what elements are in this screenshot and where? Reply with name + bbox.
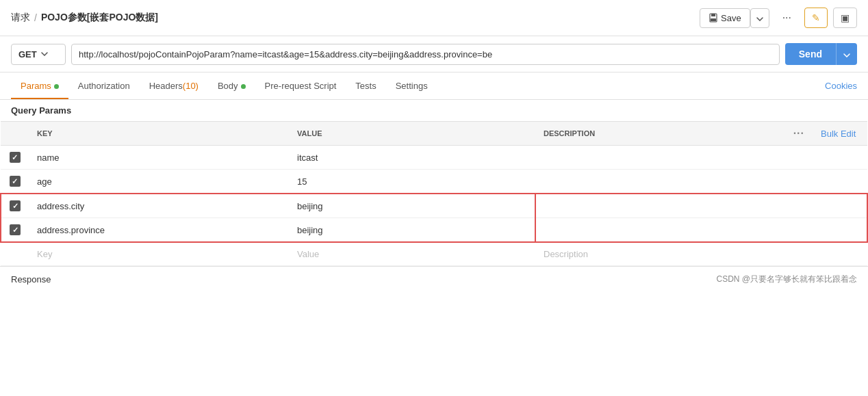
bulk-edit-button[interactable]: Bulk Edit (821, 129, 856, 139)
col-header-bulkedit: Bulk Edit (813, 122, 867, 146)
row1-more (785, 146, 813, 170)
page-title: POJO参数[嵌套POJO数据] (41, 12, 158, 24)
col-header-value: VALUE (289, 122, 535, 146)
row4-key[interactable]: address.province (29, 218, 289, 243)
send-dropdown-button[interactable] (836, 43, 857, 65)
tab-body[interactable]: Body (208, 72, 255, 99)
row3-key[interactable]: address.city (29, 194, 289, 218)
body-dot (241, 84, 246, 89)
tab-settings[interactable]: Settings (386, 72, 437, 99)
row1-key[interactable]: name (29, 146, 289, 170)
placeholder-bulkedit (813, 242, 867, 266)
row1-value[interactable]: itcast (289, 146, 535, 170)
row4-checkbox[interactable] (10, 224, 21, 235)
save-icon (709, 13, 718, 23)
tab-tests[interactable]: Tests (346, 72, 385, 99)
row4-check-cell (1, 218, 29, 243)
section-title: Query Params (0, 100, 868, 121)
tab-headers[interactable]: Headers(10) (140, 72, 208, 99)
app-header: 请求 / POJO参数[嵌套POJO数据] Save ··· ✎ ▣ (0, 0, 868, 36)
response-label: Response (11, 274, 51, 285)
method-chevron-icon (41, 52, 48, 56)
save-button[interactable]: Save (700, 8, 750, 28)
table-row: age 15 (1, 170, 867, 194)
url-input[interactable] (71, 44, 780, 65)
edit-button[interactable]: ✎ (804, 8, 828, 28)
placeholder-description[interactable]: Description (535, 242, 785, 266)
tab-authorization[interactable]: Authorization (68, 72, 140, 99)
send-chevron-icon (843, 53, 850, 57)
row2-checkbox[interactable] (10, 176, 21, 187)
method-selector[interactable]: GET (11, 44, 66, 65)
save-dropdown-button[interactable] (750, 8, 769, 28)
row4-description[interactable] (535, 218, 785, 243)
csdn-credit: CSDN @只要名字够长就有笨比跟着念 (716, 274, 857, 285)
svg-rect-2 (711, 18, 716, 21)
row4-bulkedit (813, 218, 867, 243)
row3-description[interactable] (535, 194, 785, 218)
row3-check-cell (1, 194, 29, 218)
more-options-button[interactable]: ··· (775, 7, 799, 29)
params-table: KEY VALUE DESCRIPTION ··· Bulk Edit (0, 121, 868, 266)
placeholder-row: Key Value Description (1, 242, 867, 266)
row2-check-cell (1, 170, 29, 194)
cookies-link[interactable]: Cookies (825, 72, 857, 99)
chevron-down-icon (756, 17, 763, 21)
row1-description[interactable] (535, 146, 785, 170)
breadcrumb-prefix: 请求 (11, 12, 30, 24)
col-header-more: ··· (785, 122, 813, 146)
row1-bulkedit (813, 146, 867, 170)
row4-more (785, 218, 813, 243)
breadcrumb: 请求 / POJO参数[嵌套POJO数据] (11, 12, 158, 24)
table-row: address.city beijing (1, 194, 867, 218)
row2-key[interactable]: age (29, 170, 289, 194)
row2-description[interactable] (535, 170, 785, 194)
breadcrumb-separator: / (34, 12, 37, 23)
row2-value[interactable]: 15 (289, 170, 535, 194)
col-header-description: DESCRIPTION (535, 122, 785, 146)
header-actions: Save ··· ✎ ▣ (700, 7, 857, 29)
footer: Response CSDN @只要名字够长就有笨比跟着念 (0, 266, 868, 292)
row3-more (785, 194, 813, 218)
row1-checkbox[interactable] (10, 152, 21, 163)
comment-button[interactable]: ▣ (833, 8, 857, 28)
col-header-check (1, 122, 29, 146)
table-row: address.province beijing (1, 218, 867, 243)
row4-value[interactable]: beijing (289, 218, 535, 243)
send-group: Send (785, 43, 857, 65)
svg-rect-1 (711, 14, 715, 16)
placeholder-value[interactable]: Value (289, 242, 535, 266)
tab-prerequest[interactable]: Pre-request Script (255, 72, 346, 99)
table-header-row: KEY VALUE DESCRIPTION ··· Bulk Edit (1, 122, 867, 146)
placeholder-key[interactable]: Key (29, 242, 289, 266)
row3-value[interactable]: beijing (289, 194, 535, 218)
row3-bulkedit (813, 194, 867, 218)
placeholder-more (785, 242, 813, 266)
params-dot (54, 84, 59, 89)
row2-more (785, 170, 813, 194)
tab-params[interactable]: Params (11, 72, 68, 99)
col-header-key: KEY (29, 122, 289, 146)
row2-bulkedit (813, 170, 867, 194)
params-section: Query Params KEY VALUE DESCRIPTION ··· B… (0, 100, 868, 266)
url-bar: GET Send (0, 36, 868, 72)
row1-check-cell (1, 146, 29, 170)
save-group: Save (700, 8, 769, 28)
send-button[interactable]: Send (785, 43, 836, 65)
tabs-bar: Params Authorization Headers(10) Body Pr… (0, 72, 868, 100)
row3-checkbox[interactable] (10, 200, 21, 211)
table-row: name itcast (1, 146, 867, 170)
table-more-dots[interactable]: ··· (793, 127, 804, 139)
method-label: GET (18, 49, 37, 60)
placeholder-check (1, 242, 29, 266)
